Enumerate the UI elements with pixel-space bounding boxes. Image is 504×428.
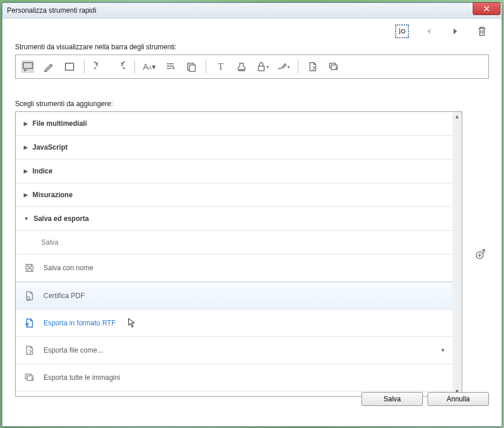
category-multimedia[interactable]: ▶File multimediali	[16, 112, 452, 136]
toolbar-label: Strumenti da visualizzare nella barra de…	[15, 43, 489, 51]
scroll-up-icon[interactable]: ▲	[452, 112, 462, 121]
export-images-icon	[24, 372, 35, 383]
item-save-as[interactable]: Salva con nome	[16, 255, 452, 282]
item-label: Salva	[41, 238, 59, 246]
separator	[134, 60, 135, 74]
cursor-icon	[128, 318, 136, 328]
category-label: Indice	[32, 167, 53, 175]
separator	[206, 60, 206, 74]
scrollbar[interactable]: ▲ ▼	[452, 112, 462, 396]
item-export-images[interactable]: Esporta tutte le immagini	[16, 364, 452, 391]
side-actions	[473, 111, 489, 397]
dropdown-icon: ▼	[440, 347, 445, 353]
dialog-window: Personalizza strumenti rapidi Strumenti …	[2, 2, 502, 427]
font-size-icon[interactable]: AA▾	[143, 60, 156, 73]
move-left-button	[422, 24, 436, 38]
rectangle-icon[interactable]	[63, 60, 76, 73]
add-tool-button[interactable]	[474, 248, 487, 260]
svg-point-1	[401, 30, 405, 33]
svg-rect-2	[65, 63, 74, 70]
text-icon[interactable]: T	[214, 60, 227, 73]
category-label: Salva ed esporta	[34, 215, 89, 223]
window-title: Personalizza strumenti rapidi	[7, 6, 473, 14]
certificate-icon	[24, 290, 35, 302]
item-label: Esporta in formato RTF	[43, 319, 116, 327]
export-all-icon[interactable]	[327, 60, 340, 73]
close-button[interactable]	[473, 2, 501, 15]
item-label: Salva con nome	[43, 264, 93, 272]
top-controls	[395, 24, 489, 38]
item-label: Certifica PDF	[43, 292, 85, 300]
chevron-right-icon: ▶	[24, 168, 28, 174]
stamp-icon[interactable]	[235, 60, 248, 73]
lock-icon[interactable]: ▾	[256, 60, 269, 73]
item-export-rtf[interactable]: Esporta in formato RTF	[16, 310, 452, 337]
move-right-button[interactable]	[448, 24, 462, 38]
chevron-down-icon: ▼	[24, 216, 29, 222]
choose-label: Scegli strumenti da aggiungere:	[15, 100, 489, 108]
save-button[interactable]: Salva	[361, 392, 423, 406]
chevron-right-icon: ▶	[24, 121, 28, 126]
category-label: File multimediali	[32, 119, 87, 128]
cancel-button[interactable]: Annulla	[428, 392, 489, 406]
svg-rect-5	[258, 66, 264, 71]
current-toolbar: AA▾ T ▾ ▾	[15, 55, 489, 79]
category-index[interactable]: ▶Indice	[16, 159, 452, 183]
insert-separator-button[interactable]	[395, 24, 409, 38]
item-save[interactable]: Salva	[16, 231, 452, 255]
separator	[298, 60, 298, 74]
tools-list: ▶File multimediali ▶JavaScript ▶Indice ▶…	[15, 111, 462, 397]
dialog-body: Strumenti da visualizzare nella barra de…	[2, 19, 502, 413]
titlebar: Personalizza strumenti rapidi	[2, 3, 502, 19]
category-measure[interactable]: ▶Misurazione	[16, 183, 452, 207]
paragraph-icon[interactable]	[164, 60, 177, 73]
category-save-export[interactable]: ▼Salva ed esporta	[16, 207, 452, 231]
clipboard-icon[interactable]	[185, 60, 198, 73]
highlight-icon[interactable]	[42, 60, 55, 73]
sign-icon[interactable]: ▾	[277, 60, 290, 73]
category-javascript[interactable]: ▶JavaScript	[16, 136, 452, 159]
separator	[84, 60, 85, 74]
undo-icon[interactable]	[93, 60, 105, 73]
category-label: Misurazione	[32, 191, 72, 199]
chevron-right-icon: ▶	[24, 192, 28, 198]
item-label: Esporta tutte le immagini	[43, 373, 120, 382]
comment-icon[interactable]	[21, 60, 34, 73]
dialog-footer: Salva Annulla	[361, 392, 489, 406]
item-label: Esporta file come...	[43, 346, 103, 354]
delete-button[interactable]	[475, 24, 489, 38]
save-icon	[24, 262, 35, 274]
export-icon[interactable]	[306, 60, 319, 73]
redo-icon[interactable]	[114, 60, 126, 73]
item-certify-pdf[interactable]: Certifica PDF	[16, 282, 452, 310]
svg-rect-4	[189, 65, 195, 71]
chevron-right-icon: ▶	[24, 144, 28, 150]
export-rtf-icon	[24, 317, 35, 329]
svg-point-8	[27, 297, 30, 300]
export-icon	[24, 344, 35, 356]
category-label: JavaScript	[32, 143, 68, 151]
item-export-as[interactable]: Esporta file come... ▼	[16, 337, 452, 364]
